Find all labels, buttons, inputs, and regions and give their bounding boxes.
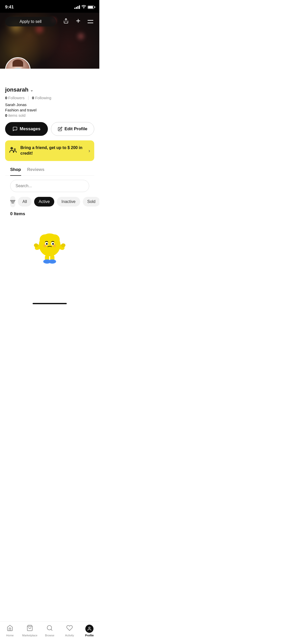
profile-info: jonsarah ⌄ 0 Followers 0 Following Sarah…	[0, 69, 99, 302]
filter-all[interactable]: All	[18, 197, 32, 207]
svg-point-11	[40, 234, 50, 245]
follow-row: 0 Followers 0 Following	[5, 96, 94, 100]
items-count: 0 Items	[5, 211, 94, 221]
empty-state	[5, 221, 94, 302]
svg-point-16	[52, 243, 54, 245]
svg-point-28	[49, 260, 56, 263]
share-button[interactable]	[62, 17, 70, 26]
followers-stat[interactable]: 0 Followers	[5, 96, 25, 100]
filter-row: All Active Inactive Sold	[5, 192, 94, 211]
status-bar: 9:41	[0, 0, 99, 13]
chevron-down-icon[interactable]: ⌄	[30, 87, 33, 92]
hero-section: Apply to sell	[0, 13, 99, 69]
filter-inactive[interactable]: Inactive	[57, 197, 80, 207]
username: jonsarah	[5, 86, 29, 93]
referral-chevron-icon: ›	[88, 148, 90, 154]
home-indicator	[33, 303, 67, 304]
search-input[interactable]	[10, 180, 89, 192]
avatar-image	[6, 58, 30, 69]
signal-icon	[74, 5, 80, 9]
svg-point-22	[61, 243, 65, 247]
messages-label: Messages	[20, 126, 40, 131]
action-buttons: Messages Edit Profile	[5, 122, 94, 136]
filter-active[interactable]: Active	[34, 197, 55, 207]
hero-actions	[62, 17, 94, 26]
real-name: Sarah Jonas	[5, 103, 94, 107]
svg-point-17	[44, 244, 46, 247]
apply-to-sell-button[interactable]: Apply to sell	[5, 17, 56, 26]
filter-sold[interactable]: Sold	[83, 197, 100, 207]
tab-shop[interactable]: Shop	[10, 167, 21, 176]
svg-point-6	[14, 148, 16, 150]
tab-reviews[interactable]: Reviews	[27, 167, 45, 176]
referral-text: Bring a friend, get up to $ 200 in credi…	[20, 145, 85, 156]
svg-point-21	[34, 243, 38, 247]
hero-header: Apply to sell	[0, 13, 99, 31]
status-icons	[74, 5, 94, 9]
username-row: jonsarah ⌄	[5, 86, 94, 93]
edit-profile-button[interactable]: Edit Profile	[51, 122, 94, 136]
status-time: 9:41	[5, 5, 14, 10]
referral-banner[interactable]: Bring a friend, get up to $ 200 in credi…	[5, 140, 94, 161]
messages-button[interactable]: Messages	[5, 122, 48, 136]
svg-point-5	[10, 147, 13, 150]
svg-point-18	[53, 244, 56, 247]
svg-point-15	[46, 243, 48, 245]
battery-icon	[88, 6, 94, 9]
edit-profile-label: Edit Profile	[64, 126, 87, 131]
avatar	[5, 57, 31, 69]
menu-button[interactable]	[87, 17, 94, 26]
svg-point-12	[49, 234, 60, 245]
follow-divider	[28, 96, 29, 100]
search-section	[5, 176, 94, 192]
profile-tabs: Shop Reviews	[5, 167, 94, 176]
add-button[interactable]	[74, 17, 82, 26]
referral-icon	[9, 146, 17, 156]
bio: Fashion and travel	[5, 108, 94, 112]
wifi-icon	[82, 5, 86, 9]
filter-icon-button[interactable]	[10, 196, 15, 207]
mascot-illustration	[31, 228, 69, 266]
following-stat[interactable]: 0 Following	[32, 96, 51, 100]
items-sold: 0 items sold	[5, 113, 94, 118]
